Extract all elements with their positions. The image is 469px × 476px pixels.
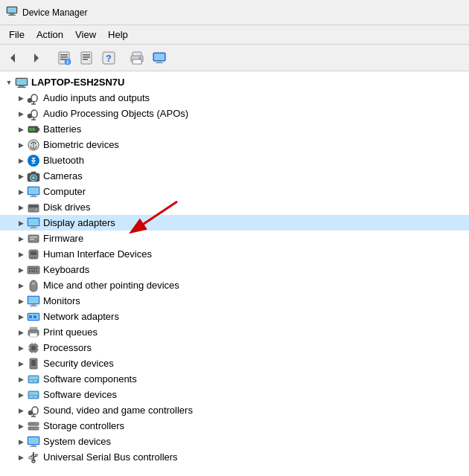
- svg-rect-110: [34, 396, 37, 398]
- list-item[interactable]: ▶ Cameras: [0, 168, 469, 184]
- expand-arrow: ▶: [15, 217, 27, 229]
- print-icon: [27, 326, 40, 339]
- expand-arrow: ▶: [15, 123, 27, 135]
- svg-rect-88: [30, 333, 37, 337]
- tree-item-label: Disk drives: [43, 202, 91, 213]
- expand-arrow: ▶: [15, 108, 27, 120]
- svg-rect-58: [28, 219, 39, 225]
- svg-rect-108: [29, 392, 38, 395]
- svg-marker-4: [10, 54, 15, 62]
- list-item[interactable]: ▶ Keyboards: [0, 262, 469, 277]
- svg-rect-70: [31, 268, 33, 269]
- svg-point-118: [36, 428, 38, 429]
- svg-rect-20: [133, 60, 141, 64]
- hid-icon: [27, 248, 40, 261]
- svg-rect-33: [31, 94, 37, 102]
- menu-view[interactable]: View: [69, 28, 102, 42]
- tree-item-label: Human Interface Devices: [43, 248, 152, 260]
- toolbar-help-button[interactable]: ?: [98, 48, 119, 68]
- list-item[interactable]: ▶ Universal Serial Bus controllers: [0, 449, 469, 465]
- tree-item-label: Security devices: [43, 358, 114, 369]
- svg-rect-72: [36, 268, 37, 269]
- tree-item-label: Audio inputs and outputs: [43, 92, 150, 103]
- svg-point-67: [34, 257, 36, 258]
- svg-rect-112: [32, 407, 38, 414]
- svg-rect-106: [34, 380, 37, 382]
- list-item[interactable]: ▶ Processors: [0, 340, 469, 356]
- toolbar-properties-button[interactable]: i: [54, 48, 74, 68]
- svg-rect-23: [154, 54, 165, 60]
- tree-item-label: Firmware: [43, 233, 83, 244]
- expand-arrow: ▶: [15, 92, 27, 104]
- toolbar-back-button[interactable]: [3, 48, 24, 68]
- list-item[interactable]: ▶ Bluetooth: [0, 152, 469, 168]
- svg-point-56: [36, 208, 38, 210]
- svg-rect-2: [10, 13, 14, 15]
- svg-rect-1: [7, 7, 16, 13]
- svg-rect-27: [16, 79, 27, 85]
- list-item[interactable]: ▶ Human Interface Devices: [0, 246, 469, 262]
- expand-arrow: ▶: [15, 170, 27, 182]
- main-content[interactable]: ▼ LAPTOP-ESH2SN7U ▶: [0, 71, 469, 476]
- svg-rect-3: [8, 15, 16, 16]
- tree-item-label: Batteries: [43, 123, 81, 135]
- list-item[interactable]: ▶ Batteries: [0, 121, 469, 137]
- menu-file[interactable]: File: [3, 28, 31, 42]
- toolbar-display-button[interactable]: [149, 48, 170, 68]
- expand-arrow: ▶: [15, 405, 27, 416]
- svg-point-89: [36, 332, 37, 333]
- tree-item-label: Sound, video and game controllers: [43, 405, 193, 416]
- svg-rect-55: [29, 205, 38, 208]
- svg-rect-74: [31, 270, 35, 271]
- svg-rect-120: [28, 437, 39, 444]
- menu-action[interactable]: Action: [31, 28, 69, 42]
- menu-help[interactable]: Help: [102, 28, 134, 42]
- list-item[interactable]: ▶ Storage controllers: [0, 418, 469, 434]
- svg-rect-53: [30, 196, 37, 197]
- svg-rect-102: [31, 367, 36, 369]
- list-item[interactable]: ▶ Audio Processing Objects (APOs): [0, 106, 469, 121]
- toolbar-print-button[interactable]: [127, 48, 147, 68]
- svg-rect-9: [60, 59, 66, 60]
- list-item[interactable]: ▶ Network adapters: [0, 309, 469, 324]
- list-item[interactable]: ▶ Monitors: [0, 293, 469, 309]
- list-item[interactable]: ▶ Display adapters: [0, 215, 469, 231]
- list-item[interactable]: ▶ System devices: [0, 434, 469, 449]
- svg-rect-79: [28, 297, 39, 303]
- expand-arrow: ▶: [15, 373, 27, 385]
- bluetooth-icon: [27, 154, 40, 167]
- list-item[interactable]: ▶ Computer: [0, 184, 469, 199]
- list-item[interactable]: ▶ Mice and other pointing devices: [0, 277, 469, 293]
- list-item[interactable]: ▶ Firmware: [0, 231, 469, 246]
- root-label: LAPTOP-ESH2SN7U: [31, 77, 124, 88]
- svg-rect-42: [30, 128, 32, 131]
- svg-rect-121: [31, 445, 36, 446]
- svg-rect-7: [60, 54, 68, 56]
- expand-arrow: ▶: [15, 311, 27, 323]
- toolbar-forward-button[interactable]: [25, 48, 46, 68]
- svg-rect-69: [29, 268, 31, 269]
- expand-arrow: ▶: [15, 264, 27, 276]
- svg-rect-65: [31, 251, 36, 255]
- svg-rect-122: [30, 446, 37, 447]
- list-item[interactable]: ▶ Biometric devices: [0, 137, 469, 152]
- list-item[interactable]: ▶ Sound, video and game controllers: [0, 402, 469, 418]
- toolbar-update-button[interactable]: [76, 48, 97, 68]
- svg-rect-71: [34, 268, 35, 269]
- list-item[interactable]: ▶ Software devices: [0, 387, 469, 402]
- svg-rect-28: [19, 86, 25, 87]
- list-item[interactable]: ▶ Audio inputs and outputs: [0, 90, 469, 106]
- tree-root-item[interactable]: ▼ LAPTOP-ESH2SN7U: [0, 74, 469, 90]
- svg-rect-63: [30, 239, 34, 240]
- computer-icon: [27, 185, 40, 199]
- list-item[interactable]: ▶ Security devices: [0, 356, 469, 371]
- list-item[interactable]: ▶ Software components: [0, 371, 469, 387]
- svg-rect-77: [32, 282, 35, 285]
- svg-rect-43: [33, 128, 35, 131]
- svg-rect-101: [31, 360, 36, 366]
- processors-icon: [27, 341, 40, 355]
- svg-rect-14: [83, 57, 90, 58]
- svg-rect-37: [31, 110, 37, 118]
- list-item[interactable]: ▶ Print queues: [0, 324, 469, 340]
- list-item[interactable]: ▶ Disk drives: [0, 199, 469, 215]
